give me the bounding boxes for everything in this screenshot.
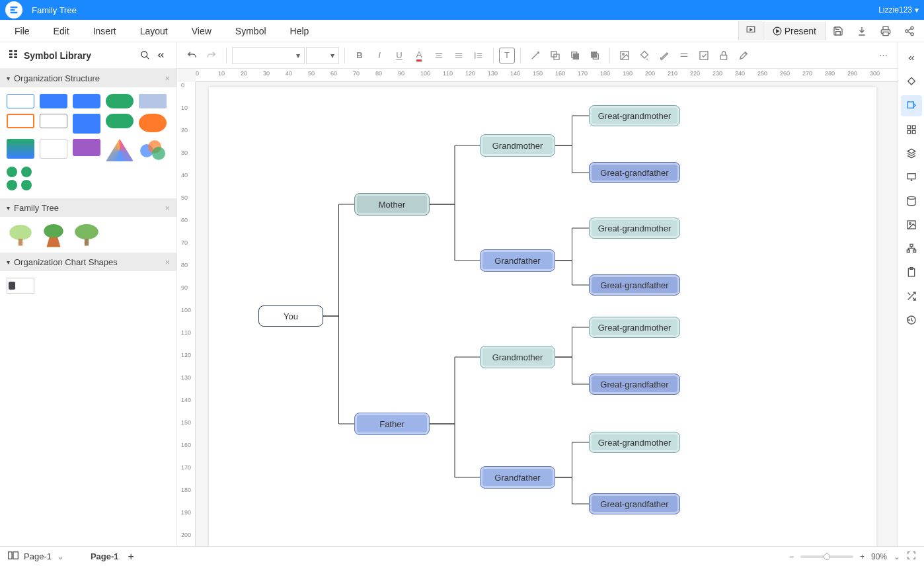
zoom-out-button[interactable]: −	[789, 552, 794, 561]
shape-thumb[interactable]	[139, 114, 167, 132]
font-color-button[interactable]: A	[410, 46, 428, 65]
close-icon[interactable]: ×	[165, 203, 170, 213]
shuffle-panel-icon[interactable]	[901, 286, 922, 307]
shape-thumb[interactable]	[40, 114, 67, 128]
shape-thumb[interactable]	[7, 94, 34, 108]
add-page-button[interactable]: +	[128, 551, 134, 563]
shape-thumb[interactable]	[139, 139, 167, 161]
close-icon[interactable]: ×	[165, 257, 170, 267]
text-tool-button[interactable]: T	[499, 48, 515, 63]
print-button[interactable]	[874, 22, 898, 40]
node-gf2[interactable]: Grandfather	[480, 466, 555, 489]
search-icon[interactable]	[137, 48, 153, 63]
shape-thumb[interactable]	[40, 94, 67, 108]
node-you[interactable]: You	[258, 305, 323, 327]
node-ggf4[interactable]: Great-grandfather	[589, 493, 680, 514]
font-size-select[interactable]: ▾	[306, 47, 339, 64]
present-button[interactable]: Present	[763, 22, 826, 40]
app-logo[interactable]	[5, 1, 22, 19]
shape-thumb[interactable]	[7, 114, 34, 128]
image-button[interactable]	[615, 46, 634, 65]
node-ggm3[interactable]: Great-grandmother	[589, 317, 680, 338]
menu-file[interactable]: File	[3, 26, 42, 36]
zoom-slider[interactable]	[800, 555, 853, 558]
italic-button[interactable]: I	[370, 46, 389, 65]
node-father[interactable]: Father	[354, 413, 430, 435]
align-vertical-button[interactable]	[449, 46, 468, 65]
history-panel-icon[interactable]	[901, 309, 922, 331]
theme-panel-icon[interactable]	[901, 95, 922, 116]
underline-button[interactable]: U	[390, 46, 408, 65]
node-ggf2[interactable]: Great-grandfather	[589, 274, 680, 296]
grid-panel-icon[interactable]	[901, 119, 922, 140]
shape-thumb[interactable]	[7, 139, 34, 159]
category-family-tree[interactable]: ▾Family Tree×	[0, 198, 176, 217]
layers-panel-icon[interactable]	[901, 143, 922, 164]
shape-thumb[interactable]	[106, 94, 134, 108]
expand-panel-icon[interactable]	[901, 48, 922, 69]
chevron-down-icon[interactable]: ⌄	[894, 552, 900, 561]
category-org-structure[interactable]: ▾Organization Structure×	[0, 69, 176, 87]
shape-thumb[interactable]	[7, 167, 34, 192]
canvas[interactable]: 0102030405060708090100110120130140150160…	[177, 69, 898, 546]
fill-color-button[interactable]	[635, 46, 654, 65]
node-gf1[interactable]: Grandfather	[480, 249, 555, 272]
node-gm1[interactable]: Grandmother	[480, 134, 555, 157]
data-panel-icon[interactable]	[901, 190, 922, 212]
share-button[interactable]	[898, 22, 921, 40]
line-style-button[interactable]	[675, 46, 693, 65]
close-icon[interactable]: ×	[165, 73, 170, 83]
bring-front-button[interactable]	[566, 46, 584, 65]
slideshow-button[interactable]	[738, 21, 763, 40]
menu-symbol[interactable]: Symbol	[223, 26, 278, 36]
shape-thumb[interactable]	[106, 139, 134, 161]
shape-thumb[interactable]	[139, 94, 167, 108]
category-org-chart-shapes[interactable]: ▾Organization Chart Shapes×	[0, 253, 176, 271]
fullscreen-button[interactable]	[907, 551, 916, 562]
send-back-button[interactable]	[586, 46, 604, 65]
tools-button[interactable]	[734, 46, 753, 65]
align-horizontal-button[interactable]	[430, 46, 448, 65]
page-tab[interactable]: Page-1	[91, 551, 119, 561]
shape-thumb[interactable]	[7, 278, 34, 294]
page-select[interactable]: Page-1	[24, 551, 52, 561]
line-spacing-button[interactable]	[469, 46, 488, 65]
user-menu[interactable]: Lizzie123 ▾	[878, 5, 919, 15]
chevron-down-icon[interactable]: ⌄	[57, 551, 64, 561]
node-ggf1[interactable]: Great-grandfather	[589, 162, 680, 183]
presentation-panel-icon[interactable]	[901, 167, 922, 188]
shape-thumb[interactable]	[73, 114, 100, 134]
font-family-select[interactable]: ▾	[232, 47, 305, 64]
connector-button[interactable]	[526, 46, 545, 65]
bold-button[interactable]: B	[350, 46, 369, 65]
shape-thumb[interactable]	[40, 139, 67, 159]
lock-button[interactable]	[714, 46, 733, 65]
menu-layout[interactable]: Layout	[128, 26, 180, 36]
menu-edit[interactable]: Edit	[42, 26, 81, 36]
tree-icon[interactable]	[7, 223, 34, 246]
collapse-icon[interactable]	[153, 48, 169, 63]
tree-icon[interactable]	[40, 223, 67, 246]
shape-thumb[interactable]	[106, 114, 134, 128]
menu-help[interactable]: Help	[278, 26, 321, 36]
zoom-level[interactable]: 90%	[871, 552, 887, 561]
fill-panel-icon[interactable]	[901, 71, 922, 93]
node-ggm1[interactable]: Great-grandmother	[589, 105, 680, 126]
menu-view[interactable]: View	[180, 26, 223, 36]
page[interactable]: YouMotherFatherGrandmotherGrandfatherGra…	[209, 87, 876, 546]
download-button[interactable]	[850, 22, 874, 40]
node-gm2[interactable]: Grandmother	[480, 346, 555, 368]
line-color-button[interactable]	[655, 46, 674, 65]
zoom-in-button[interactable]: +	[860, 552, 865, 561]
node-mother[interactable]: Mother	[354, 193, 430, 216]
node-ggm4[interactable]: Great-grandmother	[589, 432, 680, 453]
org-panel-icon[interactable]	[901, 238, 922, 259]
redo-button[interactable]	[202, 46, 221, 65]
group-button[interactable]	[546, 46, 564, 65]
image-panel-icon[interactable]	[901, 214, 922, 235]
more-icon[interactable]: ⋯	[874, 46, 892, 65]
clipboard-panel-icon[interactable]	[901, 262, 922, 283]
shape-thumb[interactable]	[73, 94, 100, 108]
shape-thumb[interactable]	[73, 139, 100, 156]
node-ggm2[interactable]: Great-grandmother	[589, 218, 680, 239]
